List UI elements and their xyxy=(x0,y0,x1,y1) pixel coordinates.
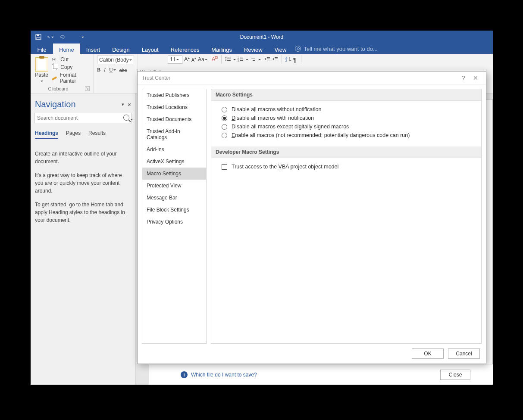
format-painter-label: Format Painter xyxy=(60,72,90,84)
svg-rect-1 xyxy=(37,34,39,36)
tab-file[interactable]: File xyxy=(31,44,53,54)
shrink-font-button[interactable]: A▾ xyxy=(191,57,196,62)
customize-qat-caret-icon[interactable] xyxy=(79,34,86,40)
radio-icon xyxy=(222,133,227,138)
svg-point-7 xyxy=(225,58,226,59)
tab-review[interactable]: Review xyxy=(238,44,269,54)
nav-close-icon[interactable]: × xyxy=(128,101,131,108)
clear-formatting-icon[interactable]: A xyxy=(212,56,218,64)
dialog-help-button[interactable]: ? xyxy=(457,75,470,81)
dialog-nav-item[interactable]: Add-ins xyxy=(142,143,206,156)
sort-icon[interactable]: AZ xyxy=(285,56,291,63)
font-name-combo[interactable]: Calibri (Body) xyxy=(97,56,134,64)
nav-pin-caret-icon[interactable]: ▾ xyxy=(122,102,124,107)
paste-dropdown-caret-icon[interactable] xyxy=(34,78,49,84)
macro-option-2[interactable]: Disable all macros with notification xyxy=(222,114,475,122)
font-size-combo[interactable]: 11 xyxy=(168,55,182,64)
dialog-nav-item[interactable]: Message Bar xyxy=(142,192,206,204)
tab-design[interactable]: Design xyxy=(106,44,135,54)
nav-search[interactable] xyxy=(34,113,132,123)
tab-references[interactable]: References xyxy=(165,44,205,54)
dialog-nav-item[interactable]: ActiveX Settings xyxy=(142,156,206,168)
dialog-nav-item[interactable]: Macro Settings xyxy=(142,168,206,180)
svg-text:3: 3 xyxy=(238,59,239,62)
search-options-caret-icon[interactable] xyxy=(130,119,133,121)
show-marks-icon[interactable]: ¶ xyxy=(293,56,297,63)
macro-option-1[interactable]: Disable all macros without notification xyxy=(222,105,475,114)
svg-rect-16 xyxy=(240,60,243,61)
tab-layout[interactable]: Layout xyxy=(136,44,165,54)
dialog-nav-item[interactable]: Protected View xyxy=(142,180,206,192)
svg-rect-8 xyxy=(227,59,231,59)
grow-font-button[interactable]: A▴ xyxy=(184,56,190,62)
navigation-title: Navigation xyxy=(35,100,76,109)
dialog-content: Macro Settings Disable all macros withou… xyxy=(211,89,482,344)
trust-vba-checkbox-row[interactable]: Trust access to the VBA project object m… xyxy=(222,162,475,171)
tab-home[interactable]: Home xyxy=(53,44,80,54)
nav-hint-1: Create an interactive outline of your do… xyxy=(35,150,131,165)
copy-icon xyxy=(52,64,58,70)
increase-indent-icon[interactable] xyxy=(272,56,278,63)
tab-mailings[interactable]: Mailings xyxy=(205,44,238,54)
svg-rect-21 xyxy=(267,59,270,59)
svg-rect-18 xyxy=(251,59,255,59)
underlying-close-button[interactable]: Close xyxy=(440,370,470,380)
nav-tab-results[interactable]: Results xyxy=(88,130,106,139)
dialog-nav-item[interactable]: Trusted Publishers xyxy=(142,89,206,101)
copy-button[interactable]: Copy xyxy=(52,63,90,71)
ribbon-overflow-peek: 11 A▴ A▾ Aa A 123 AZ ¶ xyxy=(168,55,304,64)
nav-body: Create an interactive outline of your do… xyxy=(31,141,135,239)
nav-tab-headings[interactable]: Headings xyxy=(35,130,58,139)
change-case-button[interactable]: Aa xyxy=(198,56,207,62)
group-clipboard: Paste Cut Copy Format Painter Clipboard … xyxy=(31,54,94,93)
redo-icon[interactable] xyxy=(59,34,66,40)
underline-button[interactable]: U xyxy=(109,67,116,73)
group-font-partial: Calibri (Body) B I U abc xyxy=(94,54,138,93)
macro-option-3[interactable]: Disable all macros except digitally sign… xyxy=(222,122,475,131)
svg-point-5 xyxy=(225,56,226,57)
word-window: Document1 - Word File Home Insert Design… xyxy=(31,31,493,385)
paste-button[interactable]: Paste xyxy=(34,56,49,86)
paste-label: Paste xyxy=(34,72,49,78)
bullets-icon[interactable] xyxy=(225,56,231,63)
checkbox-icon xyxy=(222,164,227,170)
decrease-indent-icon[interactable] xyxy=(264,56,270,63)
quick-access-toolbar xyxy=(31,34,86,40)
format-painter-button[interactable]: Format Painter xyxy=(52,71,90,85)
dialog-nav-item[interactable]: File Block Settings xyxy=(142,204,206,216)
tab-view[interactable]: View xyxy=(269,44,293,54)
strikethrough-button[interactable]: abc xyxy=(119,68,127,73)
clipboard-dialog-launcher-icon[interactable]: ↘ xyxy=(85,86,90,91)
document-title: Document1 - Word xyxy=(31,34,493,40)
paste-icon xyxy=(35,57,48,72)
dialog-nav-item[interactable]: Trusted Documents xyxy=(142,113,206,125)
undo-icon[interactable] xyxy=(47,34,54,40)
macro-option-4[interactable]: Enable all macros (not recommended; pote… xyxy=(222,131,475,140)
italic-button[interactable]: I xyxy=(104,67,106,73)
radio-icon xyxy=(222,115,227,121)
tab-insert[interactable]: Insert xyxy=(80,44,106,54)
multilevel-list-icon[interactable] xyxy=(250,56,256,63)
ok-button[interactable]: OK xyxy=(412,348,444,359)
lightbulb-icon xyxy=(295,46,301,52)
search-input[interactable] xyxy=(34,113,132,123)
tell-me-placeholder: Tell me what you want to do... xyxy=(304,46,377,52)
tell-me-search[interactable]: Tell me what you want to do... xyxy=(292,44,377,54)
svg-rect-14 xyxy=(240,59,243,59)
dialog-nav-item[interactable]: Privacy Options xyxy=(142,216,206,228)
search-icon[interactable] xyxy=(123,115,129,121)
dialog-close-button[interactable]: ✕ xyxy=(470,75,482,81)
dialog-title-bar: Trust Center ? ✕ xyxy=(138,72,486,84)
dialog-nav-item[interactable]: Trusted Add-in Catalogs xyxy=(142,125,206,143)
cut-button[interactable]: Cut xyxy=(52,56,90,63)
cancel-button[interactable]: Cancel xyxy=(448,348,480,359)
bold-button[interactable]: B xyxy=(97,67,100,73)
svg-rect-2 xyxy=(37,37,40,39)
numbering-icon[interactable]: 123 xyxy=(238,56,244,63)
underlying-save-bar: i Which file do I want to save? Close xyxy=(149,364,493,385)
cut-label: Cut xyxy=(60,56,69,62)
svg-rect-23 xyxy=(275,57,278,58)
save-icon[interactable] xyxy=(35,34,42,40)
dialog-nav-item[interactable]: Trusted Locations xyxy=(142,101,206,113)
nav-tab-pages[interactable]: Pages xyxy=(66,130,81,139)
